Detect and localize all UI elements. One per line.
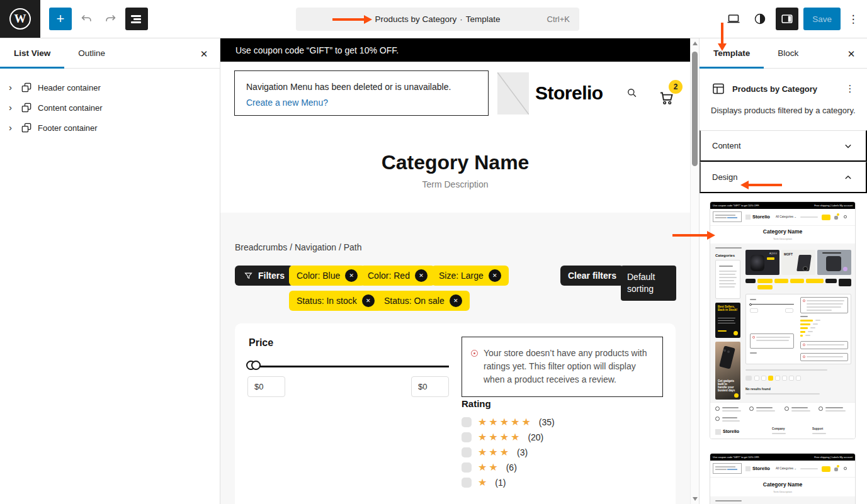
settings-sidebar-toggle[interactable]	[776, 8, 798, 30]
store-search-button[interactable]	[626, 87, 641, 102]
group-block-icon	[20, 121, 33, 134]
style-book-button[interactable]	[749, 8, 771, 30]
term-description[interactable]: Term Description	[220, 179, 690, 189]
rating-option-3[interactable]: ★★★ (3)	[462, 445, 555, 460]
scroll-down-icon[interactable]	[693, 497, 698, 501]
scrollbar-thumb[interactable]	[692, 52, 698, 166]
remove-icon[interactable]	[450, 294, 462, 307]
annotation-arrow-variation	[672, 234, 707, 237]
rating-notice: Your store doesn’t have any products wit…	[462, 337, 663, 397]
tab-template[interactable]: Template	[700, 38, 764, 68]
rating-checkbox[interactable]	[462, 432, 472, 442]
mini-promo-card: Best Sellers, Back in Stock!	[715, 303, 740, 338]
mini-search-button	[822, 215, 830, 220]
list-item-label: Header container	[38, 83, 101, 92]
document-overview-button[interactable]	[125, 8, 148, 30]
rating-option-1[interactable]: ★ (1)	[462, 475, 555, 490]
filter-chip-size-large[interactable]: Size: Large	[431, 266, 509, 286]
site-title[interactable]: Storelio	[535, 82, 603, 104]
list-item-content-container[interactable]: › Content container	[0, 98, 220, 118]
create-menu-link[interactable]: Create a new Menu?	[246, 98, 328, 108]
accordion-content[interactable]: Content	[700, 130, 867, 162]
rating-checkbox[interactable]	[462, 447, 472, 457]
placeholder-diagonal	[497, 72, 529, 115]
rating-option-4[interactable]: ★★★★ (20)	[462, 430, 555, 445]
close-sidebar-button[interactable]: ✕	[843, 46, 859, 62]
list-item-header-container[interactable]: › Header container	[0, 77, 220, 98]
mini-categories-box	[715, 260, 740, 299]
list-item-footer-container[interactable]: › Footer container	[0, 118, 220, 138]
filter-chip-status-on-sale[interactable]: Status: On sale	[377, 291, 470, 311]
device-preview-icon	[726, 11, 741, 26]
clear-filters-button[interactable]: Clear filters	[560, 266, 624, 286]
contrast-icon	[753, 12, 767, 26]
remove-icon[interactable]	[489, 269, 501, 282]
mini-product-1: AQULU	[745, 250, 779, 275]
price-slider[interactable]	[249, 366, 449, 367]
design-variation-2[interactable]: Use coupon code “GIFT” to get 10% OFF. F…	[710, 453, 856, 504]
close-list-view-button[interactable]: ✕	[196, 46, 212, 62]
price-max-input[interactable]	[411, 376, 449, 397]
redo-button[interactable]	[101, 8, 121, 30]
rating-filter-label: Rating	[462, 398, 491, 409]
template-actions-button[interactable]: ⋮	[843, 83, 857, 94]
command-shortcut: Ctrl+K	[547, 14, 570, 24]
expand-chevron-icon[interactable]: ›	[9, 125, 15, 131]
options-menu-button[interactable]: ⋮	[846, 8, 861, 30]
accordion-design[interactable]: Design	[700, 162, 867, 193]
expand-chevron-icon[interactable]: ›	[9, 84, 15, 91]
design-variation-1[interactable]: Use coupon code “GIFT” to get 10% OFF. F…	[710, 201, 856, 439]
topbar-right-tools: Save ⋮	[723, 8, 861, 30]
filter-chip-status-in-stock[interactable]: Status: In stock	[289, 291, 382, 311]
mini-product-2: MOFT	[781, 250, 815, 275]
price-filter-label: Price	[249, 337, 273, 349]
redo-icon	[104, 12, 118, 26]
mini-photo-card: Get gadgets built to handle your busiest…	[715, 342, 740, 400]
category-title[interactable]: Category Name	[220, 151, 690, 174]
price-slider-handle-max[interactable]	[251, 361, 261, 370]
mini-account-icon	[844, 215, 847, 218]
rating-checkbox[interactable]	[462, 462, 472, 473]
annotation-arrow-title	[332, 18, 364, 21]
list-view-tabs: List View Outline ✕	[0, 38, 220, 69]
rating-checkbox[interactable]	[462, 417, 472, 427]
block-inserter-button[interactable]: +	[49, 8, 72, 30]
site-logo-placeholder[interactable]	[497, 72, 529, 115]
stars-icon: ★	[478, 478, 489, 488]
stars-icon: ★★	[478, 462, 500, 473]
annotation-arrow-design	[749, 184, 782, 186]
rating-checkbox[interactable]	[462, 478, 472, 488]
breadcrumb[interactable]: Breadcrumbs / Navigation / Path	[235, 242, 362, 252]
save-button[interactable]: Save	[803, 8, 841, 30]
mini-search-button	[822, 466, 830, 472]
remove-icon[interactable]	[345, 269, 358, 282]
tab-block[interactable]: Block	[764, 38, 812, 68]
scroll-up-icon[interactable]	[693, 42, 698, 45]
wordpress-logo-button[interactable]: W	[0, 0, 40, 38]
remove-icon[interactable]	[362, 294, 375, 307]
site-editor: W + Products by Category·Template Ctrl+K	[0, 0, 867, 504]
filters-button[interactable]: Filters	[235, 266, 293, 286]
tab-outline[interactable]: Outline	[64, 38, 119, 68]
canvas-scrollbar[interactable]	[690, 38, 699, 504]
template-name: Products by Category	[732, 84, 837, 94]
editor-topbar: W + Products by Category·Template Ctrl+K	[0, 0, 867, 38]
chevron-down-icon	[842, 140, 854, 152]
topbar-left-tools: +	[49, 8, 148, 30]
expand-chevron-icon[interactable]: ›	[9, 104, 15, 111]
view-preview-button[interactable]	[723, 8, 744, 30]
rating-option-2[interactable]: ★★ (6)	[462, 460, 555, 475]
filter-chip-color-blue[interactable]: Color: Blue	[289, 266, 365, 286]
list-item-label: Footer container	[38, 123, 98, 133]
mini-content-area: Categories Best Sellers, Back in Stock!	[710, 244, 855, 402]
tab-list-view[interactable]: List View	[0, 38, 64, 68]
rating-option-5[interactable]: ★★★★★ (35)	[462, 415, 555, 430]
sidebar-icon	[780, 12, 794, 26]
sorting-dropdown[interactable]: Default sorting	[621, 266, 676, 301]
undo-button[interactable]	[76, 8, 96, 30]
remove-icon[interactable]	[415, 269, 428, 282]
filter-chip-color-red[interactable]: Color: Red	[360, 266, 435, 286]
search-icon	[626, 87, 638, 99]
price-min-input[interactable]	[247, 376, 285, 397]
coupon-banner[interactable]: Use coupon code “GIFT” to get 10% OFF.	[220, 38, 690, 62]
